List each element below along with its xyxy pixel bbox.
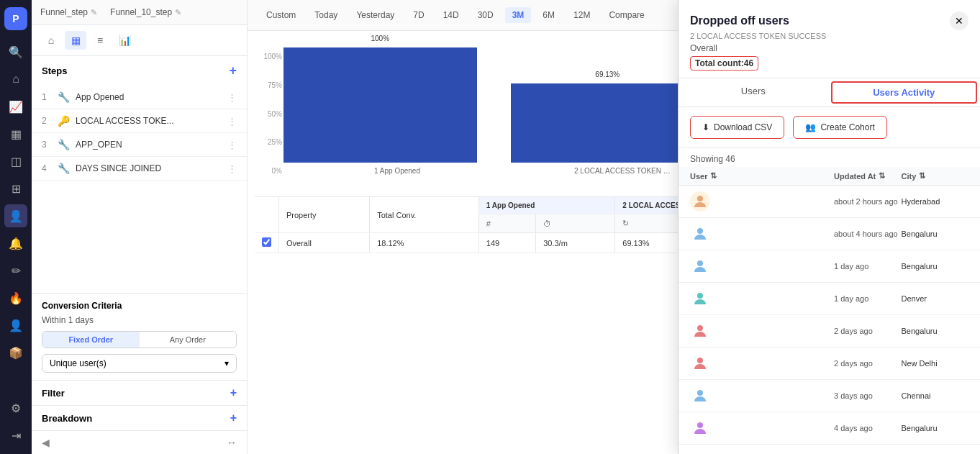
funnel-tab-1-edit-icon[interactable]: ✎ — [91, 8, 97, 17]
user-time-1: about 4 hours ago — [834, 230, 902, 238]
breakdown-section: Breakdown + — [32, 405, 247, 430]
breakdown-add-icon[interactable]: + — [230, 412, 237, 425]
row-checkbox[interactable] — [255, 233, 279, 253]
user-cell-0 — [690, 191, 834, 212]
user-row-6[interactable]: 3 days ago Chennai — [679, 380, 980, 412]
step-more-4[interactable]: ⋮ — [227, 163, 237, 174]
unique-users-select[interactable]: Unique user(s) ▾ — [42, 354, 237, 373]
breakdown-label: Breakdown — [42, 413, 92, 424]
step-item-4[interactable]: 4 🔧 DAYS SINCE JOINED ⋮ — [32, 157, 247, 181]
property-header: Property — [279, 197, 370, 233]
user-cell-2 — [690, 256, 834, 276]
step-more-1[interactable]: ⋮ — [227, 92, 237, 103]
city-sort-icon[interactable]: ⇅ — [919, 171, 925, 181]
dropped-off-panel: Dropped off users ✕ 2 LOCAL ACCESS TOKEN… — [678, 0, 980, 454]
bar-2[interactable]: 69.13% — [511, 83, 704, 163]
step-item-3[interactable]: 3 🔧 APP_OPEN ⋮ — [32, 133, 247, 157]
time-btn-30d[interactable]: 30D — [471, 7, 501, 23]
view-icon-home[interactable]: ⌂ — [40, 31, 62, 50]
view-icon-bar-chart[interactable]: 📊 — [114, 31, 135, 50]
steps-add-icon[interactable]: + — [229, 63, 237, 78]
create-cohort-button[interactable]: 👥 Create Cohort — [793, 116, 886, 139]
fixed-order-btn[interactable]: Fixed Order — [42, 332, 140, 348]
funnel-tab-1[interactable]: Funnel_step ✎ — [40, 7, 97, 17]
bar-label-1: 100% — [371, 35, 390, 42]
user-city-5: New Delhi — [902, 359, 969, 368]
time-btn-custom[interactable]: Custom — [259, 7, 303, 23]
filter-add-icon[interactable]: + — [230, 386, 237, 399]
sidebar-icon-flag[interactable]: ⇥ — [4, 424, 27, 447]
svg-point-4 — [697, 325, 703, 331]
time-btn-14d[interactable]: 14D — [436, 7, 466, 23]
download-csv-button[interactable]: ⬇ Download CSV — [690, 116, 784, 139]
user-row-5[interactable]: 2 days ago New Delhi — [679, 348, 980, 380]
expand-icon[interactable]: ↔ — [227, 437, 237, 448]
order-toggle: Fixed Order Any Order — [42, 331, 237, 348]
sidebar-icon-bell[interactable]: 🔔 — [4, 232, 27, 255]
time-btn-today[interactable]: Today — [307, 7, 345, 23]
user-row-8[interactable]: 7 days ago Addis Ababa — [679, 445, 980, 454]
step-icon-2: 🔑 — [58, 115, 70, 127]
panel-overall-label: Overall — [690, 43, 968, 53]
app-logo[interactable]: P — [4, 7, 27, 30]
step-item-1[interactable]: 1 🔧 App Opened ⋮ — [32, 86, 247, 109]
any-order-btn[interactable]: Any Order — [140, 332, 237, 348]
updated-at-sort-icon[interactable]: ⇅ — [879, 171, 885, 181]
step-num-4: 4 — [42, 163, 52, 173]
header-checkbox-cell — [255, 197, 279, 233]
panel-tab-users[interactable]: Users — [679, 78, 828, 106]
time-btn-yesterday[interactable]: Yesterday — [349, 7, 401, 23]
panel-close-button[interactable]: ✕ — [950, 12, 968, 30]
funnel-tab-2-edit-icon[interactable]: ✎ — [175, 8, 181, 17]
step-more-2[interactable]: ⋮ — [227, 116, 237, 127]
view-icon-chart[interactable]: ▦ — [65, 31, 86, 50]
user-row-2[interactable]: 1 day ago Bengaluru — [679, 250, 980, 283]
step-more-3[interactable]: ⋮ — [227, 140, 237, 150]
user-row-3[interactable]: 1 day ago Denver — [679, 283, 980, 315]
row-property: Overall — [279, 233, 370, 253]
step-item-2[interactable]: 2 🔑 LOCAL ACCESS TOKE... ⋮ — [32, 109, 247, 133]
user-row-7[interactable]: 4 days ago Bengaluru — [679, 412, 980, 445]
col-hash-1: # — [478, 214, 535, 233]
collapse-icon[interactable]: ◀ — [42, 437, 50, 448]
sidebar-icon-layers[interactable]: ◫ — [4, 150, 27, 173]
time-btn-6m[interactable]: 6M — [535, 7, 562, 23]
user-avatar-1 — [690, 224, 710, 244]
sidebar-icon-home[interactable]: ⌂ — [4, 68, 27, 91]
panel-actions: ⬇ Download CSV 👥 Create Cohort — [679, 107, 980, 148]
bar-1[interactable]: 100% — [283, 47, 477, 163]
sidebar-icon-people[interactable]: 👤 — [4, 204, 27, 227]
user-city-6: Chennai — [902, 391, 969, 400]
user-row-4[interactable]: 2 days ago Bengaluru — [679, 315, 980, 348]
filter-section: Filter + — [32, 380, 247, 405]
panel-tab-users-activity[interactable]: Users Activity — [831, 81, 978, 104]
user-row-1[interactable]: about 4 hours ago Bengaluru — [679, 218, 980, 250]
time-btn-3m[interactable]: 3M — [505, 7, 532, 23]
user-avatar-0 — [690, 191, 710, 212]
step-name-3: APP_OPEN — [76, 140, 222, 150]
user-cell-4 — [690, 321, 834, 341]
bar-x-label-1: 1 App Opened — [374, 167, 420, 175]
sidebar-icon-table[interactable]: ▦ — [4, 122, 27, 145]
time-btn-12m[interactable]: 12M — [566, 7, 597, 23]
sidebar-icon-person[interactable]: 👤 — [4, 314, 27, 337]
unique-users-label: Unique user(s) — [50, 358, 106, 368]
view-icon-list[interactable]: ≡ — [89, 31, 111, 50]
sidebar-icon-fire[interactable]: 🔥 — [4, 286, 27, 309]
steps-title: Steps — [42, 65, 67, 76]
svg-point-5 — [697, 358, 703, 363]
user-city-1: Bengaluru — [902, 230, 969, 238]
sidebar-icon-gear[interactable]: ⚙ — [4, 396, 27, 419]
user-row-0[interactable]: about 2 hours ago Hyderabad — [679, 186, 980, 218]
sidebar-icon-edit[interactable]: ✏ — [4, 259, 27, 282]
user-sort-icon[interactable]: ⇅ — [710, 171, 717, 181]
sidebar-icon-activity[interactable]: 📈 — [4, 95, 27, 118]
sidebar-icon-grid[interactable]: ⊞ — [4, 177, 27, 200]
sidebar-icon-box[interactable]: 📦 — [4, 341, 27, 364]
time-btn-compare[interactable]: Compare — [602, 7, 651, 23]
sidebar-icon-search[interactable]: 🔍 — [4, 40, 27, 63]
funnel-tab-2[interactable]: Funnel_10_step ✎ — [110, 7, 181, 17]
user-time-7: 4 days ago — [834, 424, 902, 432]
time-btn-7d[interactable]: 7D — [406, 7, 431, 23]
user-cell-1 — [690, 224, 834, 244]
